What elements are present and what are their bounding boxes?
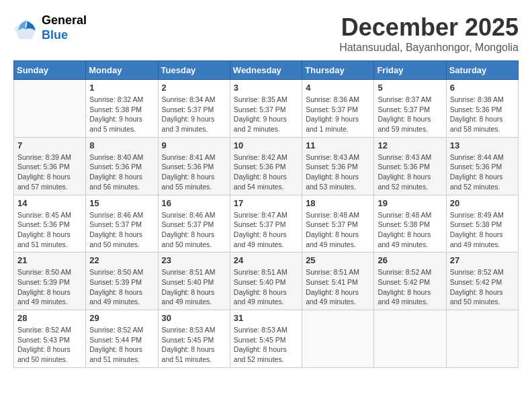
calendar-cell: 12Sunrise: 8:43 AM Sunset: 5:36 PM Dayli… [374, 137, 446, 195]
logo-icon [13, 16, 38, 40]
day-info: Sunrise: 8:50 AM Sunset: 5:39 PM Dayligh… [17, 267, 82, 307]
day-number: 31 [234, 313, 298, 323]
day-number: 17 [234, 198, 298, 208]
day-info: Sunrise: 8:48 AM Sunset: 5:37 PM Dayligh… [306, 210, 370, 250]
day-number: 12 [378, 140, 442, 150]
calendar-cell: 5Sunrise: 8:37 AM Sunset: 5:37 PM Daylig… [374, 80, 446, 138]
day-info: Sunrise: 8:47 AM Sunset: 5:37 PM Dayligh… [234, 210, 298, 250]
day-number: 8 [89, 140, 154, 150]
day-info: Sunrise: 8:52 AM Sunset: 5:42 PM Dayligh… [450, 267, 515, 307]
calendar-cell: 11Sunrise: 8:43 AM Sunset: 5:36 PM Dayli… [302, 137, 374, 195]
calendar-cell [14, 80, 86, 138]
day-info: Sunrise: 8:51 AM Sunset: 5:40 PM Dayligh… [234, 267, 298, 307]
logo: General Blue [13, 13, 87, 42]
calendar-cell: 31Sunrise: 8:53 AM Sunset: 5:45 PM Dayli… [230, 310, 302, 368]
calendar-cell [446, 310, 518, 368]
day-number: 30 [162, 313, 226, 323]
day-info: Sunrise: 8:50 AM Sunset: 5:39 PM Dayligh… [89, 267, 154, 307]
day-info: Sunrise: 8:46 AM Sunset: 5:37 PM Dayligh… [89, 210, 154, 250]
day-number: 26 [378, 255, 442, 265]
calendar-cell: 1Sunrise: 8:32 AM Sunset: 5:38 PM Daylig… [86, 80, 158, 138]
day-number: 10 [234, 140, 298, 150]
calendar-cell: 10Sunrise: 8:42 AM Sunset: 5:36 PM Dayli… [230, 137, 302, 195]
day-info: Sunrise: 8:53 AM Sunset: 5:45 PM Dayligh… [234, 325, 298, 365]
calendar-week-row: 1Sunrise: 8:32 AM Sunset: 5:38 PM Daylig… [14, 80, 519, 138]
calendar-cell: 14Sunrise: 8:45 AM Sunset: 5:36 PM Dayli… [14, 195, 86, 253]
calendar-cell: 28Sunrise: 8:52 AM Sunset: 5:43 PM Dayli… [14, 310, 86, 368]
day-info: Sunrise: 8:35 AM Sunset: 5:37 PM Dayligh… [234, 95, 298, 134]
day-info: Sunrise: 8:48 AM Sunset: 5:38 PM Dayligh… [378, 210, 442, 250]
calendar-cell: 19Sunrise: 8:48 AM Sunset: 5:38 PM Dayli… [374, 195, 446, 253]
calendar-cell: 2Sunrise: 8:34 AM Sunset: 5:37 PM Daylig… [158, 80, 230, 138]
day-info: Sunrise: 8:40 AM Sunset: 5:36 PM Dayligh… [89, 152, 154, 192]
calendar-week-row: 7Sunrise: 8:39 AM Sunset: 5:36 PM Daylig… [14, 137, 519, 195]
day-number: 20 [450, 198, 515, 208]
calendar-cell: 9Sunrise: 8:41 AM Sunset: 5:36 PM Daylig… [158, 137, 230, 195]
day-header-monday: Monday [86, 61, 158, 80]
day-info: Sunrise: 8:52 AM Sunset: 5:43 PM Dayligh… [17, 325, 82, 365]
day-number: 11 [306, 140, 370, 150]
day-number: 15 [89, 198, 154, 208]
calendar-table: SundayMondayTuesdayWednesdayThursdayFrid… [13, 60, 519, 368]
calendar-cell: 13Sunrise: 8:44 AM Sunset: 5:36 PM Dayli… [446, 137, 518, 195]
title-area: December 2025 Hatansuudal, Bayanhongor, … [339, 13, 519, 54]
calendar-cell: 6Sunrise: 8:38 AM Sunset: 5:36 PM Daylig… [446, 80, 518, 138]
day-info: Sunrise: 8:46 AM Sunset: 5:37 PM Dayligh… [162, 210, 226, 250]
day-number: 19 [378, 198, 442, 208]
day-number: 21 [17, 255, 82, 265]
calendar-cell: 8Sunrise: 8:40 AM Sunset: 5:36 PM Daylig… [86, 137, 158, 195]
day-info: Sunrise: 8:43 AM Sunset: 5:36 PM Dayligh… [306, 152, 370, 192]
day-info: Sunrise: 8:32 AM Sunset: 5:38 PM Dayligh… [89, 95, 154, 134]
day-number: 1 [89, 83, 154, 93]
calendar-cell: 21Sunrise: 8:50 AM Sunset: 5:39 PM Dayli… [14, 253, 86, 310]
calendar-week-row: 28Sunrise: 8:52 AM Sunset: 5:43 PM Dayli… [14, 310, 519, 368]
calendar-cell: 29Sunrise: 8:52 AM Sunset: 5:44 PM Dayli… [86, 310, 158, 368]
day-number: 23 [162, 255, 226, 265]
month-title: December 2025 [339, 13, 519, 42]
day-info: Sunrise: 8:34 AM Sunset: 5:37 PM Dayligh… [162, 95, 226, 134]
day-number: 25 [306, 255, 370, 265]
day-info: Sunrise: 8:44 AM Sunset: 5:36 PM Dayligh… [450, 152, 515, 192]
day-header-saturday: Saturday [446, 61, 518, 80]
day-info: Sunrise: 8:37 AM Sunset: 5:37 PM Dayligh… [378, 95, 442, 134]
day-info: Sunrise: 8:39 AM Sunset: 5:36 PM Dayligh… [17, 152, 82, 192]
day-number: 9 [162, 140, 226, 150]
calendar-cell: 3Sunrise: 8:35 AM Sunset: 5:37 PM Daylig… [230, 80, 302, 138]
calendar-cell: 7Sunrise: 8:39 AM Sunset: 5:36 PM Daylig… [14, 137, 86, 195]
calendar-cell: 18Sunrise: 8:48 AM Sunset: 5:37 PM Dayli… [302, 195, 374, 253]
calendar-cell: 27Sunrise: 8:52 AM Sunset: 5:42 PM Dayli… [446, 253, 518, 310]
day-info: Sunrise: 8:53 AM Sunset: 5:45 PM Dayligh… [162, 325, 226, 365]
calendar-week-row: 21Sunrise: 8:50 AM Sunset: 5:39 PM Dayli… [14, 253, 519, 310]
day-number: 7 [17, 140, 82, 150]
day-info: Sunrise: 8:42 AM Sunset: 5:36 PM Dayligh… [234, 152, 298, 192]
day-number: 4 [306, 83, 370, 93]
calendar-week-row: 14Sunrise: 8:45 AM Sunset: 5:36 PM Dayli… [14, 195, 519, 253]
logo-text: General Blue [42, 13, 87, 42]
calendar-cell: 16Sunrise: 8:46 AM Sunset: 5:37 PM Dayli… [158, 195, 230, 253]
calendar-cell: 20Sunrise: 8:49 AM Sunset: 5:38 PM Dayli… [446, 195, 518, 253]
day-number: 29 [89, 313, 154, 323]
day-number: 2 [162, 83, 226, 93]
calendar-cell: 25Sunrise: 8:51 AM Sunset: 5:41 PM Dayli… [302, 253, 374, 310]
day-number: 5 [378, 83, 442, 93]
calendar-cell: 24Sunrise: 8:51 AM Sunset: 5:40 PM Dayli… [230, 253, 302, 310]
calendar-cell: 30Sunrise: 8:53 AM Sunset: 5:45 PM Dayli… [158, 310, 230, 368]
calendar-cell: 4Sunrise: 8:36 AM Sunset: 5:37 PM Daylig… [302, 80, 374, 138]
day-info: Sunrise: 8:43 AM Sunset: 5:36 PM Dayligh… [378, 152, 442, 192]
calendar-cell [302, 310, 374, 368]
calendar-cell [374, 310, 446, 368]
day-info: Sunrise: 8:51 AM Sunset: 5:41 PM Dayligh… [306, 267, 370, 307]
day-header-thursday: Thursday [302, 61, 374, 80]
day-info: Sunrise: 8:45 AM Sunset: 5:36 PM Dayligh… [17, 210, 82, 250]
day-number: 24 [234, 255, 298, 265]
day-info: Sunrise: 8:38 AM Sunset: 5:36 PM Dayligh… [450, 95, 515, 134]
calendar-header-row: SundayMondayTuesdayWednesdayThursdayFrid… [14, 61, 519, 80]
day-info: Sunrise: 8:36 AM Sunset: 5:37 PM Dayligh… [306, 95, 370, 134]
calendar-cell: 23Sunrise: 8:51 AM Sunset: 5:40 PM Dayli… [158, 253, 230, 310]
day-number: 27 [450, 255, 515, 265]
day-number: 6 [450, 83, 515, 93]
location: Hatansuudal, Bayanhongor, Mongolia [339, 42, 519, 54]
day-number: 14 [17, 198, 82, 208]
day-header-sunday: Sunday [14, 61, 86, 80]
day-header-wednesday: Wednesday [230, 61, 302, 80]
